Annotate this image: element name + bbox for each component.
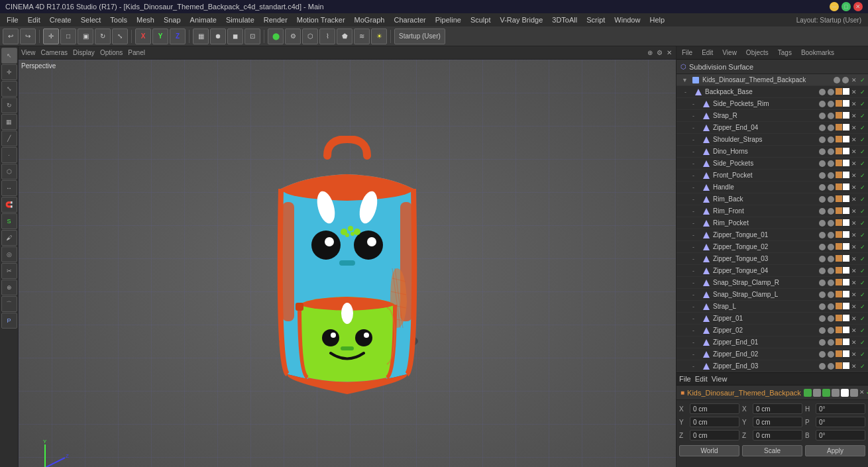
menu-item-help[interactable]: Help xyxy=(645,15,669,25)
vis-dot[interactable] xyxy=(818,279,826,287)
obj-item-zipper-end-03[interactable]: - Zipper_End_03 ✕ ✓ xyxy=(677,360,868,372)
tex-swatch[interactable] xyxy=(836,291,842,297)
minimize-button[interactable]: ─ xyxy=(830,2,839,11)
render-dot[interactable] xyxy=(827,183,835,191)
render-dot[interactable] xyxy=(827,327,835,335)
obj-x[interactable]: ✕ xyxy=(850,183,858,191)
white-swatch[interactable] xyxy=(843,243,849,250)
vis-dot[interactable] xyxy=(818,124,826,132)
vis-dot[interactable] xyxy=(818,327,826,335)
tex-swatch[interactable] xyxy=(836,148,842,154)
tex-swatch[interactable] xyxy=(836,315,842,321)
pos-x-field[interactable]: 0 cm xyxy=(690,403,739,414)
obj-item-rim-back[interactable]: - Rim_Back ✕ ✓ xyxy=(677,193,868,205)
obj-item-strap-l[interactable]: - Strap_L ✕ ✓ xyxy=(677,301,868,313)
obj-x[interactable]: ✕ xyxy=(850,243,858,251)
render-dot[interactable] xyxy=(813,389,821,397)
vis-dot[interactable] xyxy=(818,338,826,346)
root-expand-icon[interactable]: ▼ xyxy=(682,77,690,83)
menu-item-tools[interactable]: Tools xyxy=(106,15,131,25)
light-button[interactable]: ☀ xyxy=(371,28,387,44)
white-swatch[interactable] xyxy=(843,291,849,297)
x-control[interactable]: ✕ xyxy=(859,389,865,397)
vis-dot[interactable] xyxy=(818,183,826,191)
grey-dot[interactable] xyxy=(850,389,858,397)
obj-item-rim-pocket[interactable]: - Rim_Pocket ✕ ✓ xyxy=(677,217,868,229)
white-swatch[interactable] xyxy=(843,160,849,166)
attr-file-menu[interactable]: File xyxy=(679,375,691,383)
rot-p-field[interactable]: 0° xyxy=(816,417,865,427)
tex-swatch[interactable] xyxy=(836,124,842,130)
vis-dot[interactable] xyxy=(818,219,826,227)
sphere-button[interactable]: ⬤ xyxy=(268,28,284,44)
sculpt-button[interactable]: ◎ xyxy=(1,246,17,262)
vis-dot[interactable] xyxy=(804,389,812,397)
vis-dot[interactable] xyxy=(818,136,826,144)
obj-check[interactable]: ✓ xyxy=(859,88,867,96)
pos-y-field[interactable]: 0 cm xyxy=(690,417,739,427)
view-menu[interactable]: View xyxy=(21,49,36,56)
redo-button[interactable]: ↪ xyxy=(20,28,36,44)
obj-x[interactable]: ✕ xyxy=(850,362,858,370)
pos-z-field[interactable]: 0 cm xyxy=(690,430,739,441)
white-swatch[interactable] xyxy=(843,231,849,238)
vis-dot[interactable] xyxy=(818,243,826,251)
s-button[interactable]: S xyxy=(1,213,17,229)
tex-swatch[interactable] xyxy=(836,183,842,190)
white-swatch[interactable] xyxy=(843,267,849,274)
vis-dot[interactable] xyxy=(818,160,826,168)
render-dot[interactable] xyxy=(827,362,835,370)
menu-item-create[interactable]: Create xyxy=(46,15,76,25)
white-swatch[interactable] xyxy=(843,148,849,154)
apply-button[interactable]: Apply xyxy=(805,445,865,456)
render-dot[interactable] xyxy=(827,267,835,275)
extrude-button[interactable]: ⊕ xyxy=(1,280,17,295)
render-button[interactable]: ◼ xyxy=(227,28,243,44)
obj-item-zipper-end-01[interactable]: - Zipper_End_01 ✕ ✓ xyxy=(677,337,868,348)
viewport-maximize[interactable]: ⊕ xyxy=(646,49,654,56)
white-swatch[interactable] xyxy=(843,112,849,119)
obj-x[interactable]: ✕ xyxy=(850,279,858,287)
obj-check[interactable]: ✓ xyxy=(859,148,867,156)
menu-item-window[interactable]: Window xyxy=(610,15,644,25)
obj-check[interactable]: ✓ xyxy=(859,338,867,346)
obj-x[interactable]: ✕ xyxy=(850,112,858,120)
obj-check[interactable]: ✓ xyxy=(859,279,867,287)
menu-item-animate[interactable]: Animate xyxy=(186,15,221,25)
z-axis-button[interactable]: Z xyxy=(170,28,186,44)
obj-check[interactable]: ✓ xyxy=(859,219,867,227)
obj-check[interactable]: ✓ xyxy=(859,112,867,120)
obj-item-zipper-01[interactable]: - Zipper_01 ✕ ✓ xyxy=(677,313,868,325)
subdiv-button[interactable]: ⬡ xyxy=(302,28,318,44)
obj-x[interactable]: ✕ xyxy=(850,255,858,263)
tex-swatch[interactable] xyxy=(836,279,842,285)
python-button[interactable]: P xyxy=(1,313,17,329)
obj-check[interactable]: ✓ xyxy=(859,100,867,108)
obj-item-front-pocket[interactable]: - Front_Pocket ✕ ✓ xyxy=(677,170,868,182)
obj-check[interactable]: ✓ xyxy=(859,172,867,180)
bend-button[interactable]: ⌒ xyxy=(1,296,17,312)
edge-button[interactable]: ╱ xyxy=(1,130,17,146)
menu-item-render[interactable]: Render xyxy=(260,15,292,25)
white-swatch[interactable] xyxy=(843,350,849,357)
obj-x[interactable]: ✕ xyxy=(850,303,858,311)
white-dot[interactable] xyxy=(841,389,849,397)
scale-button[interactable]: Scale xyxy=(742,445,802,456)
vis-dot[interactable] xyxy=(818,195,826,203)
menu-item-3dtoall[interactable]: 3DToAll xyxy=(548,15,581,25)
close-button[interactable]: ✕ xyxy=(853,2,863,11)
render-dot[interactable] xyxy=(827,160,835,168)
render-dot[interactable] xyxy=(827,279,835,287)
obj-file-menu[interactable]: File xyxy=(679,49,695,56)
obj-item-side-pockets[interactable]: - Side_Pockets ✕ ✓ xyxy=(677,158,868,170)
vis-dot[interactable] xyxy=(818,362,826,370)
obj-check[interactable]: ✓ xyxy=(859,303,867,311)
polygon-button[interactable]: ⬟ xyxy=(337,28,353,44)
attr-view-menu[interactable]: View xyxy=(712,375,728,383)
vis-dot[interactable] xyxy=(818,172,826,180)
measure-button[interactable]: ↔ xyxy=(1,180,17,196)
size-x-field[interactable]: 0 cm xyxy=(753,403,802,414)
render-dot[interactable] xyxy=(827,100,835,108)
white-swatch[interactable] xyxy=(843,219,849,226)
panel-menu[interactable]: Panel xyxy=(128,49,145,56)
